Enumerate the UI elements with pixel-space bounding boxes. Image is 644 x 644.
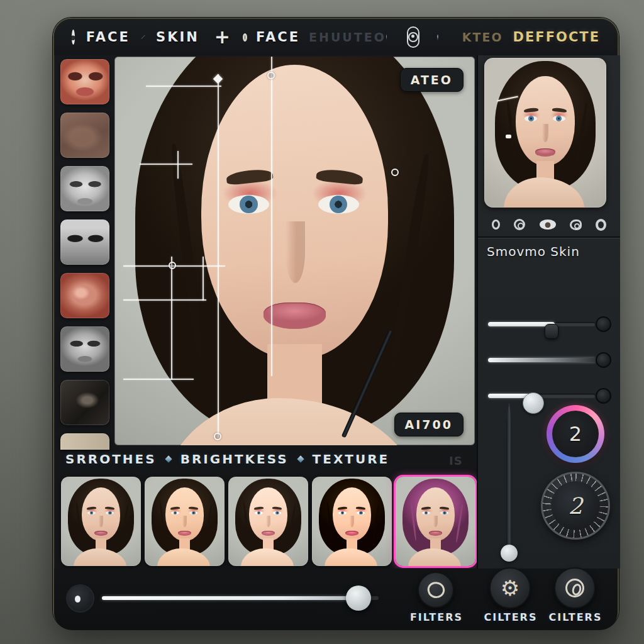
tab-brightness[interactable]: BRIGHTKESS [180, 452, 289, 467]
plus-icon[interactable]: + [214, 28, 230, 47]
small-ring-icon[interactable] [492, 219, 500, 230]
guide-line-cross-v[interactable] [177, 151, 179, 179]
dial-knob[interactable]: 2 [541, 472, 610, 540]
portrait-nose [182, 516, 186, 527]
double-circle-icon[interactable] [514, 219, 525, 230]
stylus-body [506, 402, 512, 547]
slider-end-button[interactable] [596, 352, 611, 368]
kteo-label: KTEO [462, 30, 503, 44]
filter-variant-original[interactable] [61, 477, 141, 566]
aperture-icon [565, 579, 584, 597]
tab-texture[interactable]: TEXTURE [313, 452, 390, 467]
portrait-eye-right [318, 195, 359, 214]
dial-value: 2 [551, 481, 600, 530]
guide-line-vertical-1[interactable] [218, 74, 219, 438]
guide-anchor-circle-face[interactable] [391, 169, 399, 176]
bottom-slider-handle[interactable] [346, 586, 371, 611]
portrait-lips [535, 148, 555, 157]
filters-button[interactable] [418, 572, 454, 608]
slider-end-button[interactable] [596, 388, 611, 404]
cilters-button-label: CILTERS [480, 611, 541, 623]
circle-icon[interactable] [243, 33, 247, 42]
stylus-ball[interactable] [501, 545, 518, 562]
portrait-lips [264, 303, 326, 329]
badge-ai700: AI700 [394, 413, 464, 436]
bottom-toolbar: ⚙ FILTERS CILTERS CILTERS [54, 569, 618, 630]
preview-image[interactable] [484, 58, 606, 208]
filter-variant-pink-selected[interactable] [396, 477, 475, 566]
slider-end-button[interactable] [596, 316, 611, 332]
guide-anchor-circle-top[interactable] [267, 72, 275, 79]
bottom-slider-track[interactable] [102, 596, 379, 600]
slider-tone [478, 350, 620, 369]
eye-blob-icon[interactable] [72, 30, 75, 45]
tab-face[interactable]: FACE [86, 30, 130, 45]
guide-grid-v1[interactable] [171, 257, 172, 380]
slider-track[interactable] [488, 358, 596, 362]
sidebar-thumb-warm-face[interactable] [60, 59, 109, 104]
filter-variant-warm[interactable] [145, 477, 225, 566]
slider-track[interactable] [488, 394, 596, 398]
slider-knob[interactable] [523, 392, 544, 414]
guide-grid-v2[interactable] [203, 257, 204, 301]
tab-skin[interactable]: SKIN [156, 30, 199, 45]
portrait-nose [433, 516, 437, 527]
guide-anchor-circle-grid[interactable] [169, 262, 176, 269]
portrait-lips [345, 531, 358, 536]
sidebar-thumb-rose[interactable] [60, 273, 109, 318]
cilters-button-label-2: CILTERS [545, 611, 606, 623]
deffocte-label: DEFFOCTE [513, 30, 600, 45]
ring-button-value: 2 [552, 411, 599, 457]
app-window: FACE SKIN + FACE EHUUTEO KTEO DEFFOCTE [53, 18, 619, 629]
status-dot-icon [386, 35, 387, 40]
bold-circle-icon[interactable] [596, 219, 606, 231]
editor-canvas[interactable]: ATEO AI700 [114, 57, 475, 445]
sidebar-thumb-grayscale-face-2[interactable] [60, 326, 109, 372]
sidebar-thumb-skin-texture[interactable] [60, 113, 109, 158]
preview-portrait [484, 58, 606, 208]
variant-portrait [61, 477, 141, 566]
portrait-eye-left [525, 116, 537, 121]
stylus-tool[interactable] [504, 402, 513, 567]
slider-track[interactable] [488, 322, 596, 326]
section-title: Smovmo Skin [487, 244, 580, 259]
sidebar-thumb-partial[interactable] [60, 433, 109, 450]
variant-portrait [228, 477, 308, 566]
guide-grid-h2[interactable] [123, 299, 206, 301]
guide-line-cross-h[interactable] [140, 164, 192, 165]
loop-icon [426, 580, 446, 600]
tab-separator-icon [297, 455, 304, 462]
slider-knob[interactable] [545, 324, 558, 339]
portrait-nose [350, 516, 353, 527]
tab-smoothness[interactable]: SRROTHES [65, 452, 157, 467]
faint-is-label: IS [449, 454, 463, 467]
guide-line-horizontal-top[interactable] [146, 86, 221, 87]
status-dot-icon [437, 35, 438, 40]
cilters-button-gear[interactable]: ⚙ [489, 567, 531, 609]
panel-divider [478, 236, 620, 238]
tab-face-2[interactable]: FACE [256, 30, 300, 45]
sidebar-thumb-grayscale-eyes[interactable] [60, 219, 109, 265]
filter-variant-vivid[interactable] [312, 477, 392, 566]
bottom-toggle-button[interactable] [66, 584, 94, 613]
guide-anchor-circle-bottom[interactable] [214, 433, 221, 440]
guide-line-vertical-2[interactable] [271, 57, 272, 376]
sidebar-thumb-grayscale-face[interactable] [60, 166, 109, 211]
camera-icon[interactable] [407, 26, 419, 48]
portrait-nose [286, 221, 305, 282]
ring-button[interactable]: 2 [547, 405, 604, 463]
sidebar-thumbnails [60, 59, 111, 467]
sidebar-thumb-dark-abstract[interactable] [60, 380, 109, 425]
variant-portrait [396, 477, 475, 566]
bracket-circle-icon[interactable] [570, 219, 582, 230]
filter-filmstrip [61, 477, 475, 566]
cilters-button-aperture[interactable] [554, 567, 596, 609]
filter-variant-soft[interactable] [228, 477, 308, 566]
guide-grid-h3[interactable] [123, 379, 194, 380]
adjustment-tabs: SRROTHES BRIGHTKESS TEXTURE [65, 452, 389, 467]
eye-icon[interactable] [540, 219, 556, 230]
bottom-slider-fill [102, 596, 359, 600]
slider-smooth [478, 314, 620, 333]
portrait-lips [178, 531, 191, 536]
top-toolbar: FACE SKIN + FACE EHUUTEO KTEO DEFFOCTE [54, 19, 618, 55]
